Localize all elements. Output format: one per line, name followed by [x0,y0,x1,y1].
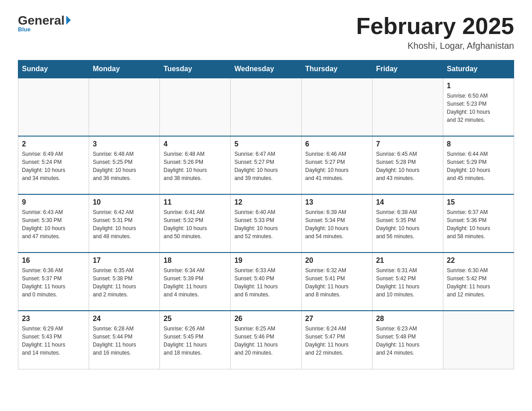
day-number: 23 [22,315,85,323]
calendar-cell: 7Sunrise: 6:45 AM Sunset: 5:28 PM Daylig… [372,136,443,194]
day-info: Sunrise: 6:33 AM Sunset: 5:40 PM Dayligh… [234,266,297,299]
calendar-cell: 8Sunrise: 6:44 AM Sunset: 5:29 PM Daylig… [443,136,514,194]
day-number: 21 [376,257,439,265]
calendar-cell: 21Sunrise: 6:31 AM Sunset: 5:42 PM Dayli… [372,253,443,311]
week-row-4: 16Sunrise: 6:36 AM Sunset: 5:37 PM Dayli… [18,253,514,311]
day-number: 22 [447,257,510,265]
day-header-thursday: Thursday [301,60,372,78]
day-number: 14 [376,198,439,206]
calendar-cell: 22Sunrise: 6:30 AM Sunset: 5:42 PM Dayli… [443,253,514,311]
day-info: Sunrise: 6:26 AM Sunset: 5:45 PM Dayligh… [163,325,227,357]
calendar-cell [301,78,372,136]
day-number: 20 [305,257,369,265]
day-header-wednesday: Wednesday [231,60,301,78]
calendar-table: SundayMondayTuesdayWednesdayThursdayFrid… [18,60,514,369]
day-headers-row: SundayMondayTuesdayWednesdayThursdayFrid… [18,60,514,78]
calendar-cell: 10Sunrise: 6:42 AM Sunset: 5:31 PM Dayli… [89,194,160,253]
logo-tagline: Blue [18,26,30,33]
day-info: Sunrise: 6:49 AM Sunset: 5:24 PM Dayligh… [22,150,85,182]
day-number: 13 [305,198,369,206]
calendar-title: February 2025 [356,13,514,39]
calendar-cell [160,78,231,136]
day-info: Sunrise: 6:50 AM Sunset: 5:23 PM Dayligh… [447,92,510,124]
day-info: Sunrise: 6:29 AM Sunset: 5:43 PM Dayligh… [22,325,85,357]
day-info: Sunrise: 6:25 AM Sunset: 5:46 PM Dayligh… [234,325,297,357]
day-number: 24 [93,315,156,323]
day-header-sunday: Sunday [18,60,89,78]
calendar-cell: 12Sunrise: 6:40 AM Sunset: 5:33 PM Dayli… [231,194,301,253]
day-number: 5 [234,140,297,148]
calendar-cell: 4Sunrise: 6:48 AM Sunset: 5:26 PM Daylig… [160,136,231,194]
day-number: 11 [163,198,227,206]
week-row-5: 23Sunrise: 6:29 AM Sunset: 5:43 PM Dayli… [18,311,514,369]
week-row-3: 9Sunrise: 6:43 AM Sunset: 5:30 PM Daylig… [18,194,514,253]
day-info: Sunrise: 6:38 AM Sunset: 5:35 PM Dayligh… [376,208,439,240]
day-number: 19 [234,257,297,265]
day-info: Sunrise: 6:43 AM Sunset: 5:30 PM Dayligh… [22,208,85,240]
day-info: Sunrise: 6:48 AM Sunset: 5:26 PM Dayligh… [163,150,227,182]
calendar-cell: 27Sunrise: 6:24 AM Sunset: 5:47 PM Dayli… [301,311,372,369]
day-number: 18 [163,257,227,265]
calendar-cell: 28Sunrise: 6:23 AM Sunset: 5:48 PM Dayli… [372,311,443,369]
day-info: Sunrise: 6:35 AM Sunset: 5:38 PM Dayligh… [93,266,156,299]
calendar-cell [89,78,160,136]
logo-arrow-icon [66,16,71,25]
day-number: 17 [93,257,156,265]
day-number: 3 [93,140,156,148]
day-number: 10 [93,198,156,206]
calendar-cell: 5Sunrise: 6:47 AM Sunset: 5:27 PM Daylig… [231,136,301,194]
calendar-cell: 16Sunrise: 6:36 AM Sunset: 5:37 PM Dayli… [18,253,89,311]
calendar-cell: 6Sunrise: 6:46 AM Sunset: 5:27 PM Daylig… [301,136,372,194]
day-info: Sunrise: 6:28 AM Sunset: 5:44 PM Dayligh… [93,325,156,357]
calendar-cell: 23Sunrise: 6:29 AM Sunset: 5:43 PM Dayli… [18,311,89,369]
day-number: 1 [447,82,510,90]
calendar-cell: 18Sunrise: 6:34 AM Sunset: 5:39 PM Dayli… [160,253,231,311]
day-number: 27 [305,315,369,323]
day-info: Sunrise: 6:48 AM Sunset: 5:25 PM Dayligh… [93,150,156,182]
calendar-cell [231,78,301,136]
logo: General Blue [18,13,71,33]
day-info: Sunrise: 6:37 AM Sunset: 5:36 PM Dayligh… [447,208,510,240]
day-number: 9 [22,198,85,206]
calendar-cell: 13Sunrise: 6:39 AM Sunset: 5:34 PM Dayli… [301,194,372,253]
calendar-cell: 9Sunrise: 6:43 AM Sunset: 5:30 PM Daylig… [18,194,89,253]
day-header-monday: Monday [89,60,160,78]
day-number: 25 [163,315,227,323]
day-info: Sunrise: 6:46 AM Sunset: 5:27 PM Dayligh… [305,150,369,182]
day-number: 26 [234,315,297,323]
calendar-cell: 25Sunrise: 6:26 AM Sunset: 5:45 PM Dayli… [160,311,231,369]
day-number: 16 [22,257,85,265]
calendar-cell: 26Sunrise: 6:25 AM Sunset: 5:46 PM Dayli… [231,311,301,369]
day-number: 4 [163,140,227,148]
day-info: Sunrise: 6:42 AM Sunset: 5:31 PM Dayligh… [93,208,156,240]
day-info: Sunrise: 6:44 AM Sunset: 5:29 PM Dayligh… [447,150,510,182]
day-info: Sunrise: 6:36 AM Sunset: 5:37 PM Dayligh… [22,266,85,299]
calendar-cell [372,78,443,136]
calendar-cell: 19Sunrise: 6:33 AM Sunset: 5:40 PM Dayli… [231,253,301,311]
calendar-cell: 14Sunrise: 6:38 AM Sunset: 5:35 PM Dayli… [372,194,443,253]
calendar-cell: 1Sunrise: 6:50 AM Sunset: 5:23 PM Daylig… [443,78,514,136]
day-number: 8 [447,140,510,148]
day-header-saturday: Saturday [443,60,514,78]
day-number: 28 [376,315,439,323]
day-number: 2 [22,140,85,148]
day-number: 15 [447,198,510,206]
day-info: Sunrise: 6:24 AM Sunset: 5:47 PM Dayligh… [305,325,369,357]
calendar-cell: 20Sunrise: 6:32 AM Sunset: 5:41 PM Dayli… [301,253,372,311]
day-number: 7 [376,140,439,148]
calendar-cell [18,78,89,136]
day-number: 6 [305,140,369,148]
day-header-tuesday: Tuesday [160,60,231,78]
day-number: 12 [234,198,297,206]
page-header: General Blue February 2025 Khoshi, Logar… [18,13,514,51]
calendar-cell: 24Sunrise: 6:28 AM Sunset: 5:44 PM Dayli… [89,311,160,369]
week-row-2: 2Sunrise: 6:49 AM Sunset: 5:24 PM Daylig… [18,136,514,194]
calendar-cell [443,311,514,369]
calendar-cell: 3Sunrise: 6:48 AM Sunset: 5:25 PM Daylig… [89,136,160,194]
week-row-1: 1Sunrise: 6:50 AM Sunset: 5:23 PM Daylig… [18,78,514,136]
day-info: Sunrise: 6:23 AM Sunset: 5:48 PM Dayligh… [376,325,439,357]
day-info: Sunrise: 6:32 AM Sunset: 5:41 PM Dayligh… [305,266,369,299]
calendar-cell: 2Sunrise: 6:49 AM Sunset: 5:24 PM Daylig… [18,136,89,194]
day-info: Sunrise: 6:31 AM Sunset: 5:42 PM Dayligh… [376,266,439,299]
calendar-cell: 11Sunrise: 6:41 AM Sunset: 5:32 PM Dayli… [160,194,231,253]
